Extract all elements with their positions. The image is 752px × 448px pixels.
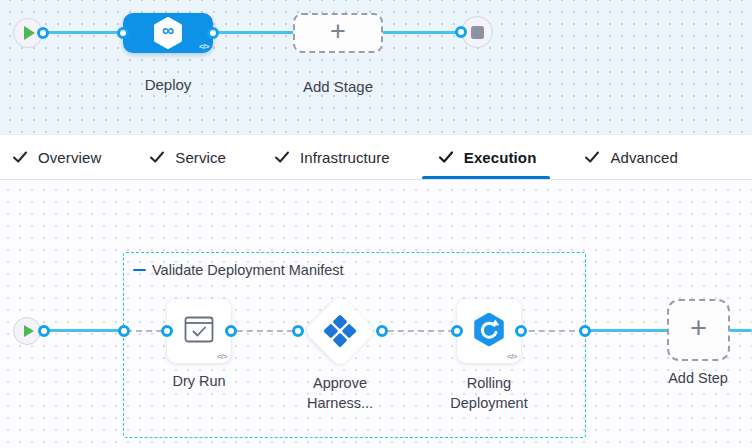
dry-run-left-connector[interactable] — [161, 325, 173, 337]
check-icon — [12, 150, 28, 164]
code-icon: </> — [507, 352, 517, 361]
tab-label: Execution — [464, 149, 537, 166]
end-node-connector[interactable] — [455, 26, 467, 38]
collapse-dash-icon — [133, 269, 146, 272]
step-label-dry-run: Dry Run — [144, 371, 254, 391]
tab-overview[interactable]: Overview — [12, 135, 101, 179]
execution-start-node[interactable] — [13, 317, 41, 345]
stage-config-tab-bar: Overview Service Infrastructure Executio… — [0, 134, 752, 180]
group-right-connector[interactable] — [579, 325, 591, 337]
check-icon — [584, 150, 600, 164]
step-group-label: Validate Deployment Manifest — [152, 262, 344, 278]
add-step-button[interactable]: + — [667, 299, 730, 361]
tab-infrastructure[interactable]: Infrastructure — [274, 135, 390, 179]
exec-flow-line-start — [41, 329, 125, 332]
code-icon: </> — [199, 42, 209, 51]
add-step-label: Add Step — [648, 370, 748, 386]
stage-graph-canvas: ∞ </> Deploy + Add Stage — [0, 0, 752, 134]
deploy-stage-label: Deploy — [122, 76, 214, 93]
harness-stage-icon: ∞ — [153, 16, 183, 50]
tab-label: Infrastructure — [300, 149, 390, 166]
plus-icon: + — [330, 18, 346, 45]
infinity-icon: ∞ — [153, 20, 183, 42]
exec-start-connector[interactable] — [38, 325, 50, 337]
stage-flow-line — [43, 31, 461, 34]
approve-right-connector[interactable] — [376, 325, 388, 337]
deploy-right-connector[interactable] — [207, 27, 219, 39]
add-stage-label: Add Stage — [292, 78, 384, 95]
dry-run-check-window-icon — [184, 316, 214, 347]
tab-label: Overview — [38, 149, 101, 166]
play-icon — [24, 26, 35, 40]
check-icon — [438, 150, 454, 164]
stop-icon — [471, 26, 484, 39]
deploy-stage-node[interactable]: ∞ </> — [123, 13, 213, 53]
harness-approval-icon — [322, 313, 358, 349]
approve-left-connector[interactable] — [292, 325, 304, 337]
deploy-left-connector[interactable] — [117, 27, 129, 39]
pipeline-studio: ∞ </> Deploy + Add Stage Overview Servic… — [0, 0, 752, 448]
tab-label: Advanced — [610, 149, 678, 166]
plus-icon: + — [690, 314, 707, 343]
tab-execution[interactable]: Execution — [438, 135, 537, 179]
check-icon — [274, 150, 290, 164]
code-icon: </> — [217, 352, 227, 361]
tab-advanced[interactable]: Advanced — [584, 135, 678, 179]
play-icon — [24, 325, 34, 337]
step-label-rolling: Rolling Deployment — [434, 373, 544, 413]
add-stage-button[interactable]: + — [293, 13, 383, 53]
execution-graph-canvas: Validate Deployment Manifest </> Dry Run — [0, 180, 752, 448]
start-node-connector[interactable] — [37, 27, 49, 39]
rolling-left-connector[interactable] — [451, 325, 463, 337]
step-rolling-deployment[interactable]: </> — [457, 299, 521, 363]
step-label-approve: Approve Harness... — [285, 373, 395, 413]
group-left-connector[interactable] — [118, 325, 130, 337]
step-dry-run[interactable]: </> — [167, 299, 231, 363]
step-group-header[interactable]: Validate Deployment Manifest — [133, 262, 344, 278]
check-icon — [149, 150, 165, 164]
rolling-right-connector[interactable] — [515, 325, 527, 337]
dry-run-right-connector[interactable] — [225, 325, 237, 337]
tab-label: Service — [175, 149, 226, 166]
tab-service[interactable]: Service — [149, 135, 226, 179]
rolling-deployment-icon — [470, 310, 508, 352]
